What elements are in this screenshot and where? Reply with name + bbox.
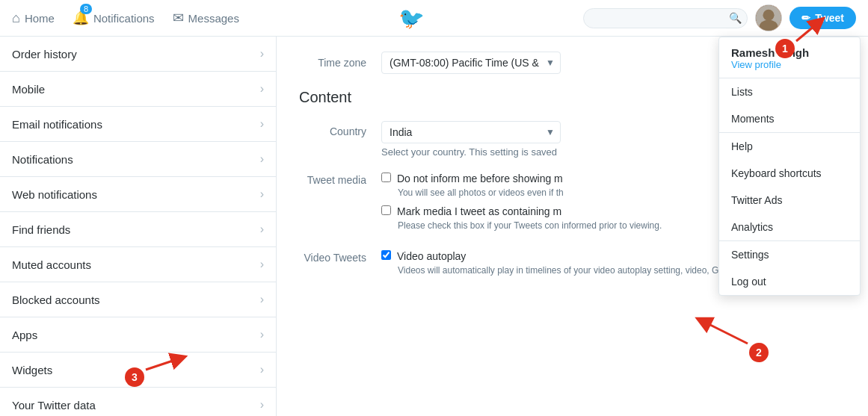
sidebar-item-apps[interactable]: Apps › xyxy=(0,317,276,353)
tweet-media-checkbox1[interactable] xyxy=(381,173,391,182)
sidebar-item-mobile[interactable]: Mobile › xyxy=(0,72,276,107)
twitter-logo: 🐦 xyxy=(398,6,425,31)
sidebar-item-label-mobile: Mobile xyxy=(12,83,45,96)
dropdown-item-twitter-ads[interactable]: Twitter Ads xyxy=(719,187,860,214)
sidebar-item-label-order-history: Order history xyxy=(12,48,77,60)
sidebar: Order history › Mobile › Email notificat… xyxy=(0,37,277,416)
dropdown-item-settings[interactable]: Settings xyxy=(719,241,860,268)
chevron-icon-mobile: › xyxy=(260,82,264,96)
dropdown-item-logout[interactable]: Log out xyxy=(719,268,860,295)
messages-label: Messages xyxy=(188,12,239,25)
sidebar-item-label-widgets: Widgets xyxy=(12,364,52,376)
timezone-label: Time zone xyxy=(299,57,381,69)
tweet-icon: ✏ xyxy=(801,12,810,24)
sidebar-item-order-history[interactable]: Order history › xyxy=(0,37,276,72)
dropdown-item-keyboard-shortcuts[interactable]: Keyboard shortcuts xyxy=(719,160,860,187)
chevron-icon-muted-accounts: › xyxy=(260,258,264,271)
dropdown-section-2: HelpKeyboard shortcutsTwitter AdsAnalyti… xyxy=(719,133,860,241)
sidebar-item-label-blocked-accounts: Blocked accounts xyxy=(12,294,100,306)
sidebar-item-web-notifications[interactable]: Web notifications › xyxy=(0,177,276,212)
search-icon: 🔍 xyxy=(729,12,742,24)
sidebar-item-label-web-notifications: Web notifications xyxy=(12,188,97,201)
sidebar-item-label-your-twitter-data: Your Twitter data xyxy=(12,399,96,412)
dropdown-item-lists[interactable]: Lists xyxy=(719,78,860,105)
home-label: Home xyxy=(25,12,55,25)
chevron-icon-apps: › xyxy=(260,328,264,341)
sidebar-item-your-twitter-data[interactable]: Your Twitter data › xyxy=(0,388,276,416)
avatar[interactable] xyxy=(755,4,782,31)
tweet-media-label: Tweet media xyxy=(299,173,381,186)
chevron-icon-notifications: › xyxy=(260,152,264,166)
sidebar-item-label-email-notifications: Email notifications xyxy=(12,118,102,131)
chevron-icon-web-notifications: › xyxy=(260,187,264,201)
dropdown-section-1: ListsMoments xyxy=(719,78,860,133)
video-tweets-label: Video Tweets xyxy=(299,250,381,264)
dropdown-menu: Ramesh Singh View profile ListsMoments H… xyxy=(718,37,861,296)
top-navigation: ⌂ Home 8 🔔 Notifications ✉ Messages 🐦 🔍 xyxy=(0,0,868,37)
tweet-button[interactable]: ✏ Tweet xyxy=(789,7,856,29)
sidebar-item-email-notifications[interactable]: Email notifications › xyxy=(0,107,276,142)
home-nav-item[interactable]: ⌂ Home xyxy=(12,10,55,26)
country-label: Country xyxy=(299,121,381,137)
chevron-icon-find-friends: › xyxy=(260,223,264,236)
home-icon: ⌂ xyxy=(12,10,20,26)
tweet-media-option2-label: Mark media I tweet as containing m xyxy=(397,205,561,217)
tweet-label: Tweet xyxy=(815,12,844,24)
search-wrap: 🔍 xyxy=(583,8,748,28)
svg-point-1 xyxy=(763,10,775,21)
messages-nav-item[interactable]: ✉ Messages xyxy=(173,10,239,26)
dropdown-view-profile[interactable]: View profile xyxy=(731,59,848,70)
sidebar-item-blocked-accounts[interactable]: Blocked accounts › xyxy=(0,282,276,317)
notifications-nav-item[interactable]: 8 🔔 Notifications xyxy=(73,10,155,26)
dropdown-section-3: SettingsLog out xyxy=(719,241,860,295)
tweet-media-checkbox2[interactable] xyxy=(381,205,391,215)
video-autoplay-label: Video autoplay xyxy=(397,250,466,262)
dropdown-item-moments[interactable]: Moments xyxy=(719,105,860,132)
video-autoplay-checkbox[interactable] xyxy=(381,250,391,260)
chevron-icon-email-notifications: › xyxy=(260,117,264,131)
sidebar-item-find-friends[interactable]: Find friends › xyxy=(0,212,276,247)
sidebar-item-label-muted-accounts: Muted accounts xyxy=(12,258,91,271)
sidebar-item-widgets[interactable]: Widgets › xyxy=(0,353,276,388)
notifications-label: Notifications xyxy=(93,12,155,25)
chevron-icon-blocked-accounts: › xyxy=(260,293,264,306)
sidebar-item-notifications[interactable]: Notifications › xyxy=(0,142,276,177)
sidebar-item-label-apps: Apps xyxy=(12,329,37,341)
tweet-media-option1-label: Do not inform me before showing m xyxy=(397,173,563,184)
video-hint-text: Videos will automatically play in timeli… xyxy=(398,265,773,276)
chevron-icon-order-history: › xyxy=(260,47,264,60)
sidebar-item-label-find-friends: Find friends xyxy=(12,223,70,236)
notifications-badge: 8 xyxy=(80,4,92,14)
dropdown-header: Ramesh Singh View profile xyxy=(719,37,860,78)
chevron-icon-widgets: › xyxy=(260,363,264,376)
messages-icon: ✉ xyxy=(173,10,184,26)
dropdown-username: Ramesh Singh xyxy=(731,46,848,59)
sidebar-item-label-notifications: Notifications xyxy=(12,153,73,166)
timezone-select[interactable]: (GMT-08:00) Pacific Time (US & xyxy=(381,52,561,74)
search-input[interactable] xyxy=(583,8,748,28)
sidebar-item-muted-accounts[interactable]: Muted accounts › xyxy=(0,247,276,282)
dropdown-item-help[interactable]: Help xyxy=(719,133,860,160)
dropdown-item-analytics[interactable]: Analytics xyxy=(719,214,860,240)
chevron-icon-your-twitter-data: › xyxy=(260,398,264,412)
country-select[interactable]: India xyxy=(381,121,561,143)
